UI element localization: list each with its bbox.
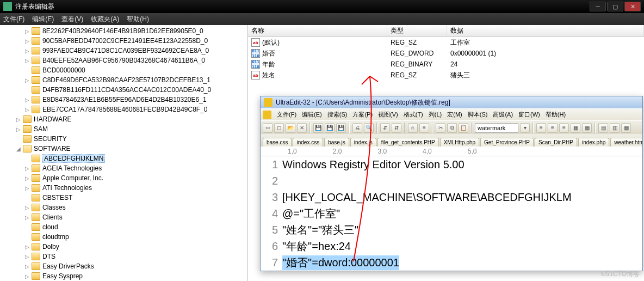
maximize-button[interactable]: ▢ <box>607 2 623 11</box>
tb-save-icon[interactable]: 💾 <box>313 123 323 133</box>
tb-ftp-icon[interactable]: ⇵ <box>380 123 390 133</box>
expand-icon[interactable]: ▷ <box>24 38 30 44</box>
tb-print-icon[interactable]: 🖨 <box>352 123 362 133</box>
col-name[interactable]: 名称 <box>248 25 387 36</box>
tb-compare-icon[interactable]: ≡ <box>419 123 429 133</box>
expand-icon[interactable]: ▷ <box>24 185 30 191</box>
expand-icon[interactable]: ▷ <box>24 215 30 221</box>
menu-view[interactable]: 查看(V) <box>61 15 83 24</box>
ue-menu-help[interactable]: 帮助(H) <box>546 111 566 119</box>
ue-menu-format[interactable]: 格式(T) <box>404 111 423 119</box>
tb-open-icon[interactable]: 📂 <box>286 123 295 133</box>
code-line[interactable]: 6"年龄"=hex:24 <box>261 238 642 254</box>
expand-icon[interactable]: ▷ <box>24 166 30 172</box>
tree-item[interactable]: ▷Clients <box>0 212 247 222</box>
tb-saveall-icon[interactable]: 💾 <box>336 123 346 133</box>
tree-item[interactable]: ▷993FAE0C4B9C471D8C1CA039EBF9324692CEAE8… <box>0 46 247 56</box>
tb-preview-icon[interactable]: 🔍 <box>364 123 374 133</box>
tree-item[interactable]: ▷SAM <box>0 124 247 134</box>
tb-alignl-icon[interactable]: ≡ <box>536 123 546 133</box>
menu-edit[interactable]: 编辑(E) <box>32 15 54 24</box>
tb-cut-icon[interactable]: ✂ <box>436 123 445 133</box>
ue-menu-window[interactable]: 窗口(W) <box>518 111 540 119</box>
tree-item[interactable]: ▷DTS <box>0 252 247 261</box>
tree-pane[interactable]: ▷8E2262F40B29640F146E4B91B9B1D62EE89905E… <box>0 25 248 281</box>
ue-menu-project[interactable]: 方案(P) <box>352 111 373 119</box>
expand-icon[interactable]: ▷ <box>24 107 30 113</box>
tb-ftp2-icon[interactable]: ⇵ <box>392 123 401 133</box>
expand-icon[interactable]: ▷ <box>24 97 30 103</box>
value-row[interactable]: 011110年龄REG_BINARY24 <box>248 59 644 70</box>
expand-icon[interactable]: ▷ <box>15 126 22 132</box>
file-tab[interactable]: Scan_Dir.PHP <box>535 138 577 146</box>
col-data[interactable]: 数据 <box>447 25 644 36</box>
tb-search-input[interactable] <box>475 123 518 133</box>
menu-help[interactable]: 帮助(H) <box>127 15 149 24</box>
ue-editor[interactable]: 1Windows Registry Editor Version 5.0023[… <box>261 156 642 271</box>
file-tab[interactable]: weather.html <box>610 138 642 146</box>
tb-format2-icon[interactable]: ▦ <box>582 123 592 133</box>
value-row[interactable]: ab姓名REG_SZ猪头三 <box>248 70 644 81</box>
tree-item[interactable]: ▷Easy DriverPacks <box>0 261 247 271</box>
tree-item[interactable]: ▷ATI Technologies <box>0 183 247 193</box>
file-tab[interactable]: file_get_contents.PHP <box>377 138 439 146</box>
tree-item[interactable]: ▷8E2262F40B29640F146E4B91B9B1D62EE89905E… <box>0 26 247 36</box>
tree-item[interactable]: ▷Classes <box>0 203 247 212</box>
code-line[interactable]: 7"婚否"=dword:00000001 <box>261 254 642 271</box>
tb-paste-icon[interactable]: 📋 <box>459 123 468 133</box>
expand-icon[interactable]: ▷ <box>24 28 30 34</box>
expand-icon[interactable]: ▷ <box>24 254 30 260</box>
tree-item[interactable]: cloud <box>0 222 247 232</box>
expand-icon[interactable]: ◢ <box>15 146 22 152</box>
code-line[interactable]: 3[HKEY_LOCAL_MACHINE\SOFTWARE\ABCEDFGHIJ… <box>261 189 642 205</box>
tree-item[interactable]: BCD00000000 <box>0 65 247 75</box>
tb-format1-icon[interactable]: ▦ <box>571 123 580 133</box>
ue-menu-script[interactable]: 脚本(S) <box>468 111 488 119</box>
tb-copy-icon[interactable]: ⧉ <box>447 123 457 133</box>
ue-menu-search[interactable]: 搜索(S) <box>327 111 348 119</box>
file-tab[interactable]: base.css <box>263 138 292 146</box>
expand-icon[interactable]: ▷ <box>24 58 30 64</box>
tree-item[interactable]: ▷Dolby <box>0 242 247 252</box>
tree-item[interactable]: ◢SOFTWARE <box>0 144 247 154</box>
tree-item[interactable]: CBSTEST <box>0 193 247 203</box>
file-tab[interactable]: index.css <box>293 138 323 146</box>
code-line[interactable]: 1Windows Registry Editor Version 5.00 <box>261 156 642 173</box>
value-row[interactable]: ab(默认)REG_SZ工作室 <box>248 37 644 48</box>
tree-item[interactable]: ▷90C5BAF8EDD47002C9CFE21491EE4E123A22558… <box>0 36 247 46</box>
expand-icon[interactable]: ▷ <box>15 117 22 123</box>
file-tab[interactable]: Get_Province.PHP <box>480 138 534 146</box>
menu-file[interactable]: 文件(F) <box>3 15 24 24</box>
minimize-button[interactable]: ─ <box>590 2 606 11</box>
tb-backup-icon[interactable]: ⎌ <box>408 123 418 133</box>
close-button[interactable]: ✕ <box>624 2 641 11</box>
value-row[interactable]: 011110婚否REG_DWORD0x00000001 (1) <box>248 48 644 59</box>
expand-icon[interactable]: ▷ <box>24 48 30 54</box>
col-type[interactable]: 类型 <box>387 25 447 36</box>
tb-alignc-icon[interactable]: ≡ <box>548 123 558 133</box>
tree-item[interactable]: SECURITY <box>0 134 247 144</box>
tree-item[interactable]: cloudtmp <box>0 232 247 242</box>
expand-icon[interactable]: ▷ <box>24 273 30 279</box>
tb-saveas-icon[interactable]: 💾 <box>325 123 335 133</box>
tb-w1-icon[interactable]: ▤ <box>598 123 608 133</box>
file-tab[interactable]: index.php <box>578 138 609 146</box>
regedit-titlebar[interactable]: 注册表编辑器 ─ ▢ ✕ <box>0 0 644 13</box>
tb-new-icon[interactable]: ◻ <box>274 123 284 133</box>
code-line[interactable]: 5"姓名"="猪头三" <box>261 222 642 238</box>
code-line[interactable]: 2 <box>261 173 642 189</box>
tree-item[interactable]: ▷EBE7CCA17A784785688E460681FECB9D42B49C8… <box>0 105 247 114</box>
tree-item[interactable]: D4FB78B116FD111CD4A356ACC4AC012C00ADEA40… <box>0 85 247 95</box>
expand-icon[interactable]: ▷ <box>24 175 30 181</box>
tree-item[interactable]: ▷C8DF469D6FCA532B98CAAF23E57107B2DCEFBE1… <box>0 75 247 85</box>
ue-menu-view[interactable]: 视图(V) <box>378 111 398 119</box>
menu-fav[interactable]: 收藏夹(A) <box>91 15 119 24</box>
ue-menu-column[interactable]: 列(L) <box>429 111 442 119</box>
tb-w2-icon[interactable]: ▥ <box>610 123 620 133</box>
tree-item[interactable]: ▷E8D84784623AE1B6B55FE96AD6E4D2B4B10320E… <box>0 95 247 105</box>
code-line[interactable]: 4@="工作室" <box>261 205 642 222</box>
file-tab[interactable]: base.js <box>324 138 349 146</box>
expand-icon[interactable]: ▷ <box>24 205 30 211</box>
expand-icon[interactable]: ▷ <box>24 264 30 270</box>
ultraedit-window[interactable]: UltraEdit-32 - [C:\Users\Administrator\D… <box>260 96 643 271</box>
